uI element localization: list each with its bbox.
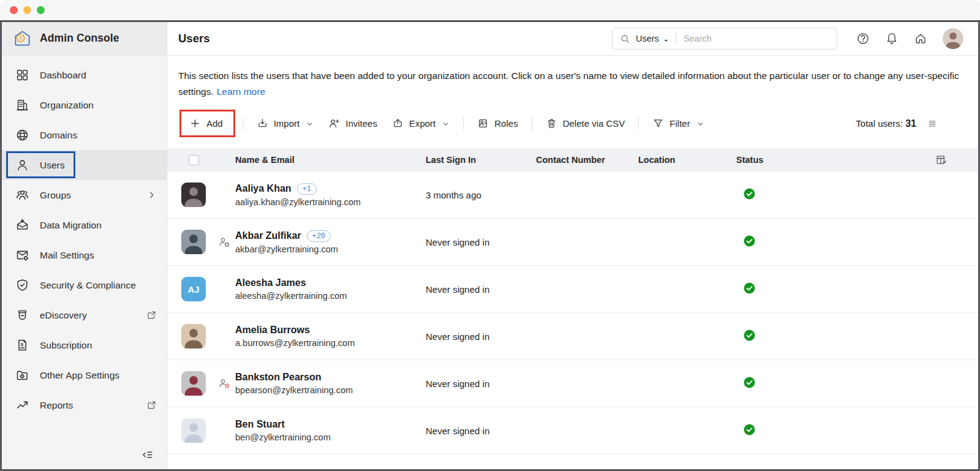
ediscovery-icon <box>15 308 29 322</box>
external-link-icon <box>146 310 157 320</box>
toolbar: Add Import Invitees Export Roles De <box>167 100 978 137</box>
sidebar-item-other-app-settings[interactable]: Other App Settings <box>2 360 167 390</box>
import-icon <box>257 118 268 129</box>
delete-via-csv-button[interactable]: Delete via CSV <box>545 115 627 132</box>
last-sign-in: Never signed in <box>426 284 536 295</box>
search-scope-dropdown[interactable]: Users <box>636 34 669 43</box>
export-button[interactable]: Export <box>391 115 451 132</box>
status-active-icon <box>743 329 756 342</box>
sidebar-item-reports[interactable]: Reports <box>2 390 167 420</box>
super-admin-icon <box>218 236 231 249</box>
table-row[interactable]: Ben Stuart ben@zylkertraining.com Never … <box>167 407 978 454</box>
other-apps-icon <box>15 368 29 382</box>
brand-header: S Admin Console <box>2 22 167 55</box>
plus-icon <box>189 118 201 129</box>
section-description: This section lists the users that have b… <box>167 56 978 100</box>
user-name-link[interactable]: Bankston Pearson <box>235 372 321 383</box>
chevron-down-icon <box>696 119 704 127</box>
user-email: aleesha@zylkertraining.com <box>235 291 426 301</box>
external-link-icon <box>146 400 157 410</box>
add-button[interactable]: Add <box>188 115 224 132</box>
user-email: bpearson@zylkertraining.com <box>235 385 426 395</box>
sidebar-item-mail-settings[interactable]: Mail Settings <box>2 240 167 270</box>
column-header-contact-number: Contact Number <box>536 155 638 165</box>
table-row[interactable]: Aaliya Khan +1 aaliya.khan@zylkertrainin… <box>167 171 978 219</box>
status-active-icon <box>743 282 756 295</box>
invitees-button[interactable]: Invitees <box>327 115 379 132</box>
user-name-link[interactable]: Akbar Zulfikar <box>235 230 301 241</box>
search-input[interactable] <box>684 34 831 43</box>
reports-icon <box>15 398 29 412</box>
sidebar-item-domains[interactable]: Domains <box>2 120 167 150</box>
custom-admin-icon <box>218 377 231 390</box>
users-page-content: This section lists the users that have b… <box>167 56 978 469</box>
filter-button[interactable]: Filter <box>651 115 705 132</box>
macos-titlebar <box>0 0 980 20</box>
invitees-icon <box>328 118 340 129</box>
user-avatar-placeholder <box>181 418 206 443</box>
dashboard-icon <box>15 68 29 82</box>
column-header-name-email: Name & Email <box>235 155 426 165</box>
alias-count-badge[interactable]: +29 <box>307 230 331 242</box>
alias-count-badge[interactable]: +1 <box>297 183 317 195</box>
account-avatar[interactable] <box>943 28 963 49</box>
last-sign-in: Never signed in <box>426 379 536 389</box>
toolbar-divider <box>638 118 639 130</box>
help-icon[interactable] <box>856 32 870 45</box>
topbar: Users Users <box>167 22 978 56</box>
total-users-count: Total users: 31 <box>856 118 916 129</box>
search-scope-label: Users <box>636 34 659 43</box>
toolbar-divider <box>463 118 464 130</box>
user-email: aaliya.khan@zylkertraining.com <box>235 197 426 207</box>
filter-icon <box>652 118 664 129</box>
brand-title: Admin Console <box>40 32 119 45</box>
caret-down-icon <box>663 36 669 42</box>
data-migration-icon <box>15 218 29 232</box>
search-box[interactable]: Users <box>612 28 837 50</box>
last-sign-in: Never signed in <box>426 426 536 436</box>
status-active-icon <box>743 187 756 200</box>
sidebar-item-organization[interactable]: Organization <box>2 90 167 120</box>
sidebar-item-subscription[interactable]: $ Subscription <box>2 330 167 360</box>
user-name-link[interactable]: Aaliya Khan <box>235 183 292 194</box>
close-button[interactable] <box>10 6 18 14</box>
last-sign-in: Never signed in <box>426 331 536 342</box>
select-all-checkbox[interactable] <box>189 155 199 165</box>
learn-more-link[interactable]: Learn more <box>217 86 265 97</box>
add-button-annotation-box: Add <box>179 110 235 137</box>
import-button[interactable]: Import <box>255 115 315 132</box>
sidebar-item-data-migration[interactable]: Data Migration <box>2 210 167 240</box>
user-name-link[interactable]: Aleesha James <box>235 277 306 288</box>
status-active-icon <box>743 235 756 247</box>
sidebar-item-ediscovery[interactable]: eDiscovery <box>2 300 167 330</box>
users-icon <box>15 158 29 172</box>
sidebar-item-security-compliance[interactable]: Security & Compliance <box>2 270 167 300</box>
column-settings-icon[interactable] <box>935 154 948 166</box>
minimize-button[interactable] <box>23 6 31 14</box>
table-row[interactable]: AJ Aleesha James aleesha@zylkertraining.… <box>167 266 978 313</box>
toolbar-divider <box>243 118 243 130</box>
app-window: S Admin Console Dashboard Organization D… <box>0 0 980 471</box>
user-name-link[interactable]: Amelia Burrows <box>235 325 310 336</box>
chevron-down-icon <box>442 119 450 127</box>
user-email: akbar@zylkertraining.com <box>235 244 426 254</box>
table-row[interactable]: Akbar Zulfikar +29 akbar@zylkertraining.… <box>167 219 978 266</box>
user-avatar-photo <box>181 371 206 396</box>
table-row[interactable]: Bankston Pearson bpearson@zylkertraining… <box>167 360 978 407</box>
sidebar-item-users[interactable]: Users <box>2 150 167 180</box>
list-view-icon[interactable] <box>927 118 938 129</box>
bell-icon[interactable] <box>885 32 899 45</box>
sidebar-collapse-icon[interactable] <box>140 448 154 462</box>
toolbar-divider <box>532 118 532 130</box>
admin-console-logo-icon: S <box>13 29 32 48</box>
user-avatar-photo <box>181 183 206 207</box>
sidebar-item-groups[interactable]: Groups <box>2 180 167 210</box>
table-row[interactable]: Amelia Burrows a.burrows@zylkertraining.… <box>167 313 978 360</box>
svg-text:S: S <box>19 35 23 41</box>
zoom-button[interactable] <box>37 6 45 14</box>
roles-button[interactable]: Roles <box>476 115 519 132</box>
sidebar-item-dashboard[interactable]: Dashboard <box>2 60 167 90</box>
user-avatar-initials: AJ <box>181 277 206 301</box>
user-name-link[interactable]: Ben Stuart <box>235 419 285 430</box>
home-icon[interactable] <box>914 32 927 45</box>
